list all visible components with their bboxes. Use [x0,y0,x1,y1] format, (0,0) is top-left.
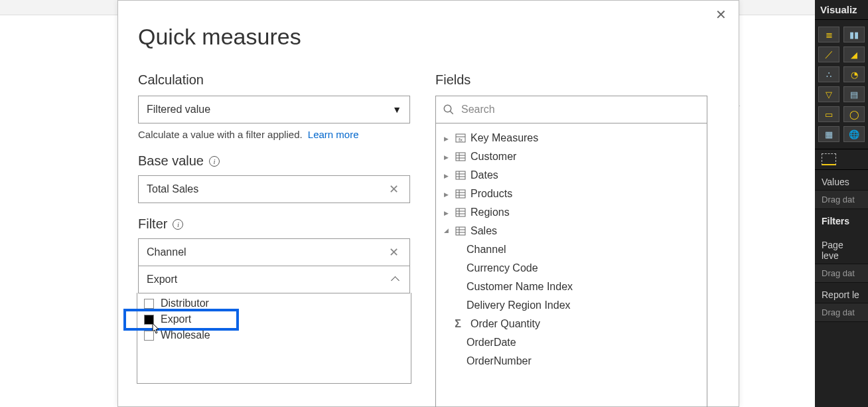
fields-search-input[interactable] [461,104,700,116]
fields-tree[interactable]: fxKey MeasuresCustomerDatesProductsRegio… [435,123,707,407]
tree-node-label: Products [470,188,512,200]
tree-field-label: OrderDate [467,337,516,349]
calculation-help-body: Calculate a value with a filter applied. [138,129,303,140]
tree-field-node[interactable]: ΣOrder Quantity [439,315,704,333]
svg-rect-13 [456,190,465,198]
viz-area-icon[interactable]: ◢ [843,46,865,62]
filter-field-input[interactable]: Channel ✕ [138,238,410,266]
tree-table-node[interactable]: Products [439,185,704,203]
tree-field-node[interactable]: OrderNumber [439,352,704,370]
tree-field-label: OrderNumber [467,355,532,367]
filter-option[interactable]: Export [137,311,411,327]
calculation-help-text: Calculate a value with a filter applied.… [138,129,410,140]
checkbox-icon[interactable] [144,299,154,309]
viz-bar-stacked-icon[interactable]: ≣ [818,27,839,42]
info-icon[interactable]: i [209,156,220,167]
clear-filter-field-button[interactable]: ✕ [386,245,401,260]
visualizations-pane: Visualiz ≣▮▮／◢∴◔▽▤▭◯▦🌐 Values Drag dat F… [815,0,868,407]
caret-collapsed-icon[interactable] [444,133,451,143]
clear-base-value-button[interactable]: ✕ [386,182,401,197]
values-well-label: Values [815,170,868,190]
close-icon: ✕ [715,7,727,23]
visualizations-header: Visualiz [815,0,868,20]
fields-column: Fields fxKey MeasuresCustomerDatesProduc… [435,72,707,407]
table-icon [455,170,467,181]
tree-node-label: Key Measures [470,132,538,144]
svg-line-1 [450,111,453,114]
tree-table-node[interactable]: Sales [439,222,704,240]
table-icon [455,207,467,218]
page-filters-drop-zone[interactable]: Drag dat [815,264,868,283]
viz-pie-icon[interactable]: ◔ [843,66,865,82]
fields-label: Fields [435,72,707,88]
tree-field-node[interactable]: Currency Code [439,259,704,278]
learn-more-link[interactable]: Learn more [308,129,359,140]
tree-table-node[interactable]: fxKey Measures [439,129,704,147]
report-filters-drop-zone[interactable]: Drag dat [815,303,868,322]
viz-donut-icon[interactable]: ◯ [843,106,865,122]
calculation-column: Calculation Filtered value ▼ Calculate a… [138,72,410,384]
svg-rect-9 [456,171,465,179]
sigma-icon: Σ [452,319,464,329]
info-icon[interactable]: i [173,219,183,230]
viz-kpi-icon[interactable]: ▦ [818,126,839,142]
visualizations-icon-grid: ≣▮▮／◢∴◔▽▤▭◯▦🌐 [815,20,868,149]
checkbox-icon[interactable] [144,331,154,341]
filter-label: Filter [138,216,167,232]
filter-option[interactable]: Distributor [137,295,411,311]
tree-field-label: Channel [467,244,506,256]
filter-option[interactable]: Wholesale [137,327,411,343]
tree-table-node[interactable]: Dates [439,166,704,185]
fields-search-box[interactable] [435,96,707,123]
base-value-label: Base value [138,153,204,169]
filter-value-dropdown[interactable]: Export [138,266,410,293]
tree-field-node[interactable]: OrderDate [439,333,704,352]
svg-rect-21 [456,227,465,235]
dialog-close-button[interactable]: ✕ [711,5,731,25]
table-icon [455,226,467,236]
viz-treemap-icon[interactable]: ▤ [843,86,865,102]
tree-node-label: Regions [470,206,510,218]
filter-option-label: Export [161,313,191,325]
viz-line-icon[interactable]: ／ [818,46,839,62]
search-icon [443,104,455,116]
caret-collapsed-icon[interactable] [444,171,451,180]
checkbox-icon[interactable] [144,315,154,325]
caret-collapsed-icon[interactable] [444,152,451,161]
svg-text:fx: fx [459,137,463,143]
tree-field-node[interactable]: Channel [439,240,704,259]
tree-table-node[interactable]: Customer [439,147,704,166]
viz-globe-icon[interactable]: 🌐 [843,126,865,142]
filter-dropdown-value: Export [147,274,177,285]
filter-options-panel: DistributorExportWholesale [137,293,411,384]
filter-option-label: Distributor [161,297,209,309]
chevron-up-icon [392,275,401,284]
tree-field-label: Currency Code [467,262,538,274]
tree-node-label: Customer [470,151,516,163]
tree-field-node[interactable]: Customer Name Index [439,278,704,296]
table-icon [455,189,467,199]
caret-expanded-icon[interactable] [444,226,451,236]
caret-collapsed-icon[interactable] [444,208,451,217]
viz-scatter-icon[interactable]: ∴ [818,66,839,82]
viz-funnel-icon[interactable]: ▽ [818,86,839,102]
calculation-select[interactable]: Filtered value ▼ [138,96,410,123]
field-format-tabs [815,149,868,170]
calculation-label: Calculation [138,72,410,88]
viz-card-icon[interactable]: ▭ [818,106,839,122]
tree-field-label: Order Quantity [470,318,540,330]
fields-tab-icon[interactable] [822,153,836,165]
caret-collapsed-icon[interactable] [444,189,451,199]
values-drop-zone[interactable]: Drag dat [815,190,868,209]
tree-field-node[interactable]: Delivery Region Index [439,296,704,315]
filters-header: Filters [815,209,868,233]
viz-column-clustered-icon[interactable]: ▮▮ [843,27,865,42]
tree-node-label: Sales [470,225,497,237]
svg-rect-5 [456,153,465,161]
base-value-text: Total Sales [147,183,198,195]
tree-field-label: Customer Name Index [467,281,573,293]
table-icon [455,151,467,162]
base-value-input[interactable]: Total Sales ✕ [138,175,410,203]
tree-table-node[interactable]: Regions [439,203,704,222]
dialog-title: Quick measures [138,24,301,50]
